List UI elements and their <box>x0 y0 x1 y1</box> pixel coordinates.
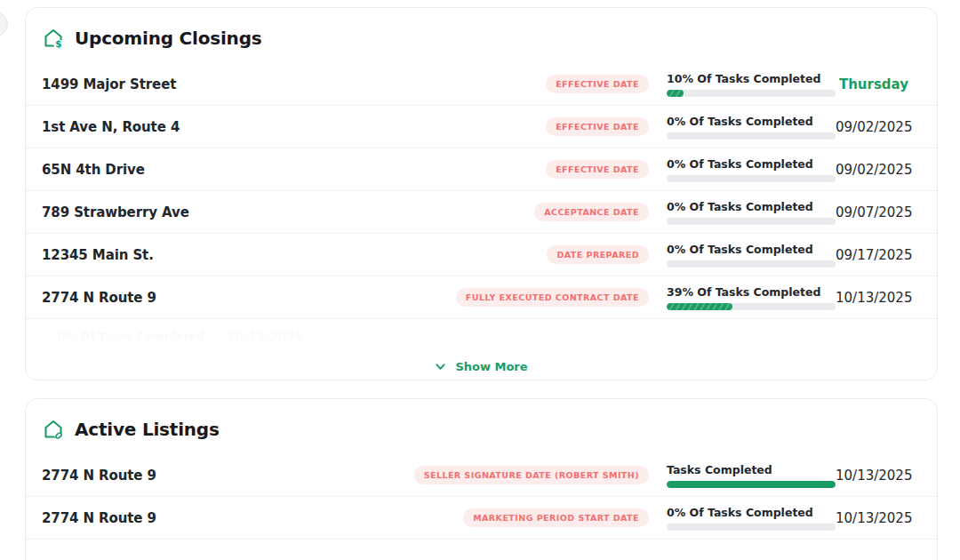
tasks-progress-label: 39% Of Tasks Completed <box>667 285 836 299</box>
fade-overlay <box>26 319 937 351</box>
date-type-badge: DATE PREPARED <box>547 245 649 264</box>
show-more-label: Show More <box>455 360 527 373</box>
tasks-progress: 0% Of Tasks Completed <box>667 243 836 268</box>
closing-date: Thursday <box>836 76 908 92</box>
table-row[interactable]: 2774 N Route 9 FULLY EXECUTED CONTRACT D… <box>26 276 937 319</box>
page-title: Upcoming Closings <box>75 28 261 49</box>
table-row[interactable]: 1st Ave N, Route 4 EFFECTIVE DATE 0% Of … <box>26 106 937 148</box>
date-type-badge: SELLER SIGNATURE DATE (ROBERT SMITH) <box>414 466 649 484</box>
tasks-progress: Tasks Completed <box>667 463 836 488</box>
property-address: 65N 4th Drive <box>42 162 546 178</box>
dashboard: $ Upcoming Closings 1499 Major Street EF… <box>0 0 960 560</box>
date-type-badge: EFFECTIVE DATE <box>546 160 649 179</box>
closing-date: 09/17/2025 <box>836 247 908 263</box>
property-address: 2774 N Route 9 <box>42 468 414 484</box>
svg-text:$: $ <box>55 38 61 49</box>
tasks-progress: 39% Of Tasks Completed <box>667 285 836 310</box>
closing-date: 10/13/2025 <box>836 468 908 484</box>
progress-track <box>667 524 836 531</box>
tasks-progress: 0% Of Tasks Completed <box>667 200 836 225</box>
table-row[interactable]: 65N 4th Drive EFFECTIVE DATE 0% Of Tasks… <box>26 148 937 191</box>
tasks-progress-label: 0% Of Tasks Completed <box>667 506 836 519</box>
active-listings-card: Active Listings 2774 N Route 9 SELLER SI… <box>25 398 938 560</box>
progress-fill <box>667 303 732 310</box>
tasks-progress-label: 0% Of Tasks Completed <box>667 157 836 171</box>
house-edit-icon <box>42 418 65 441</box>
closing-date: 10/13/2025 <box>836 510 908 526</box>
table-row[interactable]: 789 Strawberry Ave ACCEPTANCE DATE 0% Of… <box>26 191 937 234</box>
progress-track <box>667 175 836 182</box>
date-type-badge: EFFECTIVE DATE <box>546 117 649 136</box>
table-row[interactable]: 12345 Main St. DATE PREPARED 0% Of Tasks… <box>26 234 937 276</box>
card-header: Active Listings <box>26 399 937 454</box>
tasks-progress: 0% Of Tasks Completed <box>667 506 836 531</box>
property-address: 2774 N Route 9 <box>42 290 456 306</box>
table-row[interactable]: 2774 N Route 9 SELLER SIGNATURE DATE (RO… <box>26 454 937 497</box>
tasks-progress-label: 0% Of Tasks Completed <box>667 243 836 256</box>
closing-date: 09/07/2025 <box>836 204 908 220</box>
table-row[interactable]: 2774 N Route 9 MARKETING PERIOD START DA… <box>26 497 937 540</box>
left-edge-widget[interactable] <box>0 12 8 36</box>
upcoming-closings-card: $ Upcoming Closings 1499 Major Street EF… <box>25 7 938 380</box>
page-title: Active Listings <box>75 419 220 440</box>
tasks-progress-label: Tasks Completed <box>667 463 836 476</box>
progress-track <box>667 90 836 97</box>
show-more-button[interactable]: Show More <box>26 351 937 380</box>
tasks-progress-label: 10% Of Tasks Completed <box>667 72 836 85</box>
date-type-badge: EFFECTIVE DATE <box>546 75 649 93</box>
property-address: 12345 Main St. <box>42 247 547 263</box>
closing-date: 09/02/2025 <box>836 162 908 178</box>
property-address: 2774 N Route 9 <box>42 510 463 526</box>
tasks-progress: 0% Of Tasks Completed <box>667 157 836 182</box>
progress-fill <box>667 481 836 488</box>
tasks-progress: 0% Of Tasks Completed <box>667 115 836 140</box>
card-header: $ Upcoming Closings <box>26 8 937 63</box>
date-type-badge: MARKETING PERIOD START DATE <box>463 508 649 527</box>
property-address: 789 Strawberry Ave <box>42 204 534 220</box>
house-dollar-icon: $ <box>42 27 65 50</box>
tasks-progress-label: 0% Of Tasks Completed <box>667 115 836 128</box>
tasks-progress-label: 0% Of Tasks Completed <box>667 200 836 213</box>
table-row[interactable]: 1499 Major Street EFFECTIVE DATE 10% Of … <box>26 63 937 106</box>
property-address: 1499 Major Street <box>42 76 546 92</box>
chevron-down-icon <box>435 361 446 372</box>
progress-track <box>667 303 836 310</box>
property-address: 1st Ave N, Route 4 <box>42 119 546 135</box>
progress-track <box>667 481 836 488</box>
date-type-badge: ACCEPTANCE DATE <box>534 203 649 221</box>
closing-date: 10/13/2025 <box>836 290 908 306</box>
faded-table-row: 0% Of Tasks Completed 10/13/2025 <box>26 319 937 351</box>
progress-track <box>667 260 836 268</box>
progress-fill <box>667 90 684 97</box>
progress-track <box>667 218 836 225</box>
date-type-badge: FULLY EXECUTED CONTRACT DATE <box>456 288 649 307</box>
tasks-progress: 10% Of Tasks Completed <box>667 72 836 97</box>
closing-date: 09/02/2025 <box>836 119 908 135</box>
progress-track <box>667 132 836 140</box>
